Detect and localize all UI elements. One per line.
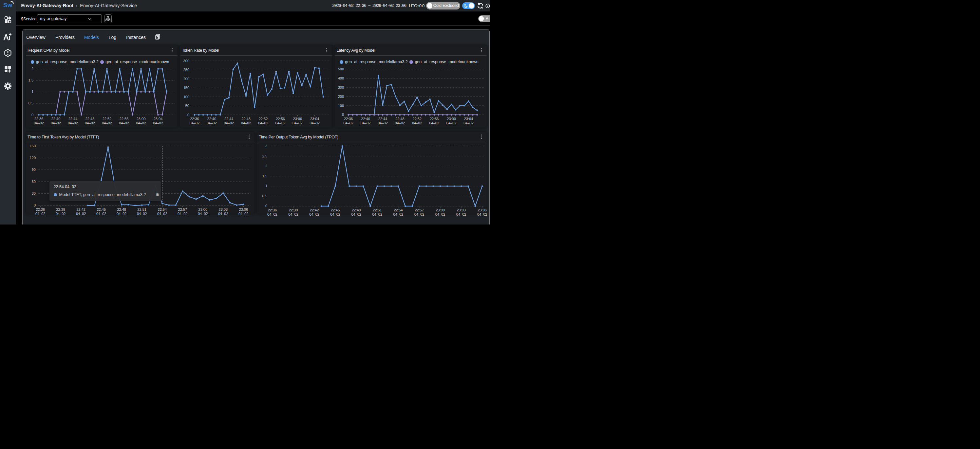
svg-text:Sw: Sw <box>3 2 13 8</box>
